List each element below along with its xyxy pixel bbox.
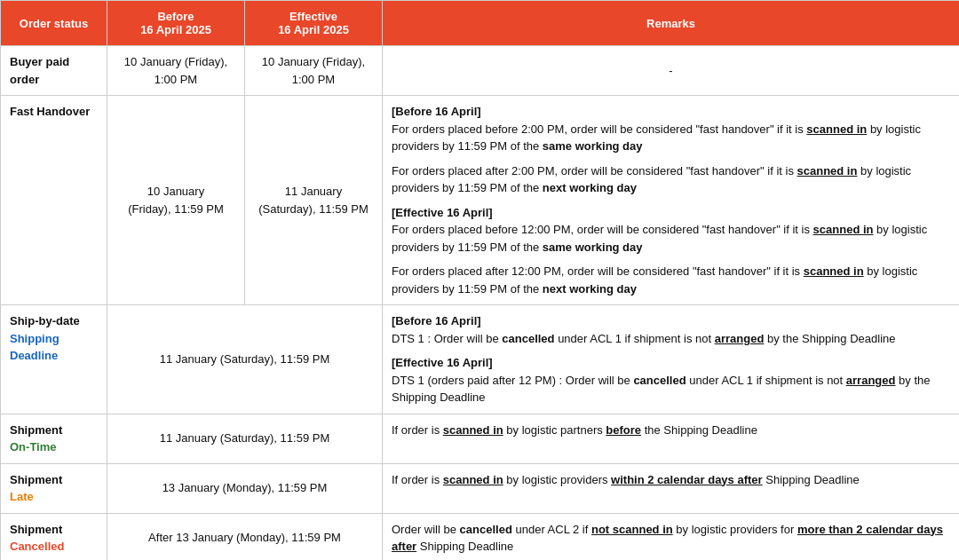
status-cell: Fast Handover — [1, 96, 107, 305]
table-row: Shipment Cancelled After 13 January (Mon… — [1, 513, 960, 560]
remarks-cell: If order is scanned in by logistic partn… — [383, 414, 960, 463]
before-cell: 10 January(Friday), 11:59 PM — [107, 96, 245, 305]
header-effective: Effective16 April 2025 — [245, 1, 383, 46]
table-row: Fast Handover 10 January(Friday), 11:59 … — [1, 96, 960, 305]
effective-cell: 10 January (Friday),1:00 PM — [245, 46, 383, 96]
status-cell: Shipment On-Time — [1, 414, 107, 463]
status-cell: Ship-by-date ShippingDeadline — [1, 305, 107, 414]
status-cell: Shipment Cancelled — [1, 513, 107, 560]
before-effective-cell: After 13 January (Monday), 11:59 PM — [107, 513, 383, 560]
remarks-cell: [Before 16 April] DTS 1 : Order will be … — [383, 305, 960, 414]
effective-cell: 11 January(Saturday), 11:59 PM — [245, 96, 383, 305]
before-effective-cell: 13 January (Monday), 11:59 PM — [107, 463, 383, 513]
table-row: Shipment Late 13 January (Monday), 11:59… — [1, 463, 960, 513]
table-row: Ship-by-date ShippingDeadline 11 January… — [1, 305, 960, 414]
table-row: Buyer paid order 10 January (Friday),1:0… — [1, 46, 960, 96]
main-table: Order status Before16 April 2025 Effecti… — [0, 0, 959, 560]
remarks-cell: If order is scanned in by logistic provi… — [383, 463, 960, 513]
remarks-cell: Order will be cancelled under ACL 2 if n… — [383, 513, 960, 560]
remarks-cell: - — [383, 46, 960, 96]
before-cell: 10 January (Friday),1:00 PM — [107, 46, 245, 96]
status-cell: Shipment Late — [1, 463, 107, 513]
before-effective-cell: 11 January (Saturday), 11:59 PM — [107, 305, 383, 414]
header-remarks: Remarks — [383, 1, 960, 46]
header-order-status: Order status — [1, 1, 107, 46]
remarks-cell: [Before 16 April] For orders placed befo… — [383, 96, 960, 305]
status-cell: Buyer paid order — [1, 46, 107, 96]
before-effective-cell: 11 January (Saturday), 11:59 PM — [107, 414, 383, 463]
header-before: Before16 April 2025 — [107, 1, 245, 46]
table-row: Shipment On-Time 11 January (Saturday), … — [1, 414, 960, 463]
